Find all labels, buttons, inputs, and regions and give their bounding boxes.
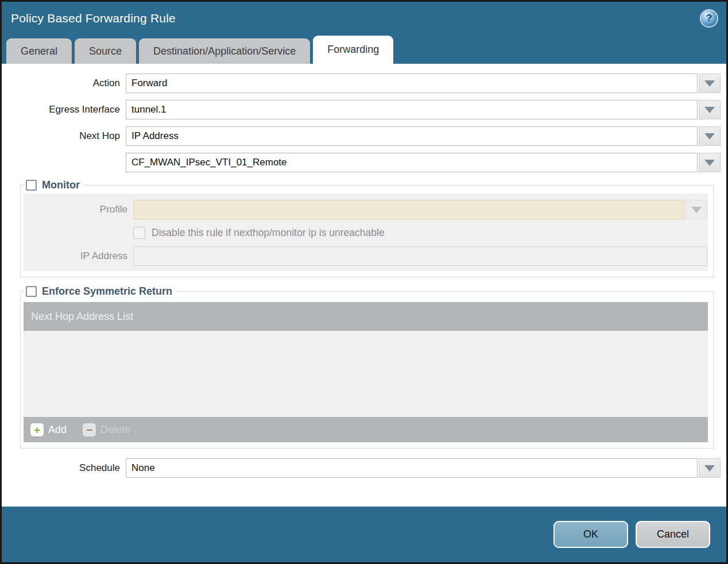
next-hop-address-row — [7, 153, 721, 172]
profile-row: Profile — [24, 200, 707, 219]
tab-forwarding[interactable]: Forwarding — [313, 36, 393, 64]
action-dropdown-button[interactable] — [699, 74, 721, 93]
disable-rule-label: Disable this rule if nexthop/monitor ip … — [152, 227, 385, 239]
cancel-button[interactable]: Cancel — [636, 521, 710, 548]
add-button-label: Add — [48, 424, 67, 436]
tab-destination-application-service[interactable]: Destination/Application/Service — [139, 38, 310, 64]
delete-button-label: Delete — [100, 424, 130, 436]
egress-interface-row: Egress Interface — [7, 100, 721, 119]
chevron-down-icon — [704, 465, 715, 472]
profile-label: Profile — [24, 204, 127, 215]
next-hop-address-list-toolbar: + Add − Delete — [24, 417, 708, 442]
monitor-ip-address-row: IP Address — [24, 246, 707, 266]
dialog-title: Policy Based Forwarding Rule — [11, 11, 176, 25]
profile-input — [133, 200, 684, 219]
next-hop-type-input[interactable] — [126, 126, 698, 146]
chevron-down-icon — [704, 160, 715, 166]
next-hop-address-list-table: Next Hop Address List + Add − Delete — [24, 302, 708, 442]
next-hop-address-list-header: Next Hop Address List — [24, 302, 708, 331]
forwarding-tab-panel: Action Egress Interface Next Hop — [2, 64, 726, 507]
schedule-row: Schedule — [7, 458, 721, 478]
action-input[interactable] — [126, 74, 698, 93]
enforce-symmetric-return-checkbox[interactable] — [26, 286, 37, 297]
egress-interface-label: Egress Interface — [7, 104, 120, 115]
add-button[interactable]: + Add — [30, 423, 67, 436]
next-hop-address-list-body[interactable] — [24, 331, 708, 417]
add-icon: + — [30, 423, 44, 436]
schedule-dropdown-button[interactable] — [699, 458, 721, 478]
monitor-group: Monitor Profile Disable this rule if nex… — [20, 179, 714, 277]
dialog-footer: OK Cancel — [2, 507, 726, 562]
monitor-checkbox[interactable] — [26, 180, 37, 191]
ok-button[interactable]: OK — [553, 521, 628, 548]
chevron-down-icon — [691, 207, 702, 213]
policy-based-forwarding-dialog: Policy Based Forwarding Rule ? General S… — [0, 0, 728, 564]
schedule-input[interactable] — [126, 458, 698, 478]
enforce-symmetric-return-label: Enforce Symmetric Return — [42, 285, 172, 298]
delete-icon: − — [83, 423, 96, 436]
tab-general[interactable]: General — [6, 38, 72, 64]
tab-strip: General Source Destination/Application/S… — [2, 35, 726, 64]
monitor-group-label: Monitor — [42, 179, 80, 191]
next-hop-address-input[interactable] — [126, 153, 698, 172]
egress-interface-dropdown-button[interactable] — [699, 100, 721, 119]
action-row: Action — [7, 74, 721, 93]
tab-source[interactable]: Source — [75, 38, 136, 64]
enforce-symmetric-return-group: Enforce Symmetric Return Next Hop Addres… — [20, 285, 714, 449]
help-icon[interactable]: ? — [701, 10, 717, 26]
next-hop-row: Next Hop — [7, 126, 721, 146]
chevron-down-icon — [704, 107, 715, 113]
next-hop-label: Next Hop — [7, 130, 120, 142]
monitor-ip-address-input — [133, 246, 707, 266]
chevron-down-icon — [704, 80, 715, 87]
monitor-group-body: Profile Disable this rule if nexthop/mon… — [24, 194, 708, 271]
disable-rule-checkbox — [133, 227, 145, 239]
delete-button: − Delete — [83, 423, 130, 436]
egress-interface-input[interactable] — [126, 100, 698, 119]
next-hop-address-dropdown-button[interactable] — [699, 153, 721, 172]
action-label: Action — [7, 78, 120, 89]
disable-rule-row: Disable this rule if nexthop/monitor ip … — [133, 227, 707, 239]
monitor-ip-address-label: IP Address — [24, 250, 127, 262]
titlebar: Policy Based Forwarding Rule ? — [2, 2, 726, 35]
chevron-down-icon — [704, 133, 715, 140]
schedule-label: Schedule — [7, 462, 120, 474]
next-hop-dropdown-button[interactable] — [699, 126, 721, 146]
profile-dropdown-button — [686, 200, 707, 219]
